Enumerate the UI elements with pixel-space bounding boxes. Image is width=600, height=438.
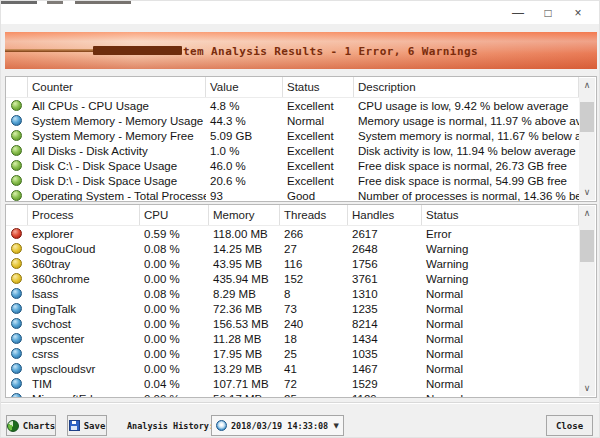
status-dot-cell [6, 318, 28, 329]
status-dot-icon [11, 145, 22, 156]
counters-scrollbar[interactable]: ∧ ∨ [579, 78, 595, 200]
process-row[interactable]: wpscenter 0.00 % 11.28 MB 18 1434 Normal [6, 331, 579, 346]
close-button[interactable]: Close [546, 415, 593, 436]
header-spacer [6, 77, 28, 97]
status-dot-icon [11, 115, 22, 126]
process-name: svchost [28, 318, 140, 330]
status-dot-cell [6, 333, 28, 344]
process-row[interactable]: 360chrome 0.00 % 435.94 MB 152 3761 Warn… [6, 271, 579, 286]
chevron-down-icon: ▼ [334, 422, 339, 430]
process-scrollbar[interactable]: ∧ ∨ [579, 206, 595, 396]
counter-name: All Disks - Disk Activity [28, 145, 206, 157]
minimize-button[interactable]: — [503, 1, 533, 24]
counter-row[interactable]: System Memory - Memory Free 5.09 GB Exce… [6, 128, 579, 143]
process-row[interactable]: SogouCloud 0.08 % 14.25 MB 27 2648 Warni… [6, 241, 579, 256]
counter-value: 5.09 GB [206, 130, 283, 142]
column-header-status[interactable]: Status [283, 77, 354, 97]
status-dot-cell [6, 145, 28, 156]
status-dot-cell [6, 130, 28, 141]
save-button[interactable]: Save [67, 415, 107, 436]
close-window-button[interactable]: × [563, 1, 593, 24]
status-dot-cell [6, 378, 28, 389]
process-row[interactable]: wpscloudsvr 0.00 % 13.29 MB 41 1467 Norm… [6, 361, 579, 376]
column-header-description[interactable]: Description [354, 77, 579, 97]
process-cpu: 0.00 % [140, 258, 209, 270]
process-threads: 116 [280, 258, 348, 270]
process-cpu: 0.08 % [140, 243, 209, 255]
status-dot-cell [6, 175, 28, 186]
column-header-memory[interactable]: Memory [209, 205, 280, 225]
process-row[interactable]: 360tray 0.00 % 43.95 MB 116 1756 Warning [6, 256, 579, 271]
scroll-down-icon[interactable]: ∨ [579, 381, 595, 396]
analysis-history-value: 2018/03/19 14:33:08 [231, 421, 328, 431]
process-threads: 18 [280, 333, 348, 345]
process-handles: 3761 [348, 273, 422, 285]
column-header-cpu[interactable]: CPU [140, 205, 209, 225]
process-cpu: 0.00 % [140, 273, 209, 285]
clock-icon [216, 420, 227, 431]
status-dot-icon [11, 160, 22, 171]
process-row[interactable]: TIM 0.04 % 107.71 MB 72 1529 Normal [6, 376, 579, 391]
scroll-down-icon[interactable]: ∨ [579, 185, 595, 200]
status-dot-cell [6, 160, 28, 171]
banner-title: tem Analysis Results - 1 Error, 6 Warnin… [183, 44, 478, 57]
process-handles: 1310 [348, 288, 422, 300]
process-memory: 8.29 MB [209, 288, 280, 300]
status-dot-icon [11, 348, 22, 359]
column-header-threads[interactable]: Threads [280, 205, 348, 225]
process-threads: 25 [280, 348, 348, 360]
scroll-up-icon[interactable]: ∧ [579, 206, 595, 221]
process-row[interactable]: explorer 0.59 % 118.00 MB 266 2617 Error [6, 226, 579, 241]
process-row[interactable]: lsass 0.08 % 8.29 MB 8 1310 Normal [6, 286, 579, 301]
redaction-bar-thick [93, 46, 182, 55]
process-name: SogouCloud [28, 243, 140, 255]
column-header-handles[interactable]: Handles [348, 205, 422, 225]
counter-row[interactable]: Disk C:\ - Disk Space Usage 46.0 % Excel… [6, 158, 579, 173]
scroll-up-icon[interactable]: ∧ [579, 78, 595, 93]
status-dot-icon [11, 243, 22, 254]
counter-name: All CPUs - CPU Usage [28, 100, 206, 112]
process-handles: 1756 [348, 258, 422, 270]
counter-row[interactable]: System Memory - Memory Usage 44.3 % Norm… [6, 113, 579, 128]
process-handles: 1529 [348, 378, 422, 390]
process-row[interactable]: DingTalk 0.00 % 72.36 MB 73 1235 Normal [6, 301, 579, 316]
counters-table-header: Counter Value Status Description [6, 77, 579, 98]
status-dot-icon [11, 393, 22, 397]
counter-row[interactable]: Operating System - Total Processes 93 Go… [6, 188, 579, 201]
column-header-value[interactable]: Value [206, 77, 283, 97]
process-handles: 1035 [348, 348, 422, 360]
column-header-status[interactable]: Status [422, 205, 579, 225]
counter-row[interactable]: All CPUs - CPU Usage 4.8 % Excellent CPU… [6, 98, 579, 113]
counter-row[interactable]: All Disks - Disk Activity 1.0 % Excellen… [6, 143, 579, 158]
status-dot-icon [11, 333, 22, 344]
counter-value: 1.0 % [206, 145, 283, 157]
process-row[interactable]: svchost 0.00 % 156.53 MB 240 8214 Normal [6, 316, 579, 331]
counter-row[interactable]: Disk D:\ - Disk Space Usage 20.6 % Excel… [6, 173, 579, 188]
counter-status: Excellent [283, 145, 354, 157]
scrollbar-thumb[interactable] [580, 230, 594, 262]
process-row[interactable]: csrss 0.00 % 17.95 MB 25 1035 Normal [6, 346, 579, 361]
status-dot-cell [6, 288, 28, 299]
counter-description: CPU usage is low, 9.42 % below average [354, 100, 579, 112]
process-table: Process CPU Memory Threads Handles Statu… [5, 204, 597, 398]
maximize-button[interactable]: □ [533, 1, 563, 24]
process-memory: 56.17 MB [209, 393, 280, 398]
analysis-history-dropdown[interactable]: 2018/03/19 14:33:08 ▼ [211, 415, 344, 436]
process-memory: 118.00 MB [209, 228, 280, 240]
column-header-counter[interactable]: Counter [28, 77, 206, 97]
process-cpu: 0.08 % [140, 288, 209, 300]
counter-description: System memory is normal, 11.67 % below a… [354, 130, 579, 142]
counter-status: Excellent [283, 100, 354, 112]
process-memory: 11.28 MB [209, 333, 280, 345]
charts-button[interactable]: Charts [6, 415, 56, 436]
process-memory: 43.95 MB [209, 258, 280, 270]
process-row[interactable]: MicrosoftEdge 0.00 % 56.17 MB 25 1129 No… [6, 391, 579, 397]
scrollbar-thumb[interactable] [580, 102, 594, 132]
process-cpu: 0.00 % [140, 333, 209, 345]
status-dot-icon [11, 258, 22, 269]
column-header-process[interactable]: Process [28, 205, 140, 225]
counter-status: Good [283, 190, 354, 202]
process-threads: 72 [280, 378, 348, 390]
counter-value: 93 [206, 190, 283, 202]
process-memory: 72.36 MB [209, 303, 280, 315]
